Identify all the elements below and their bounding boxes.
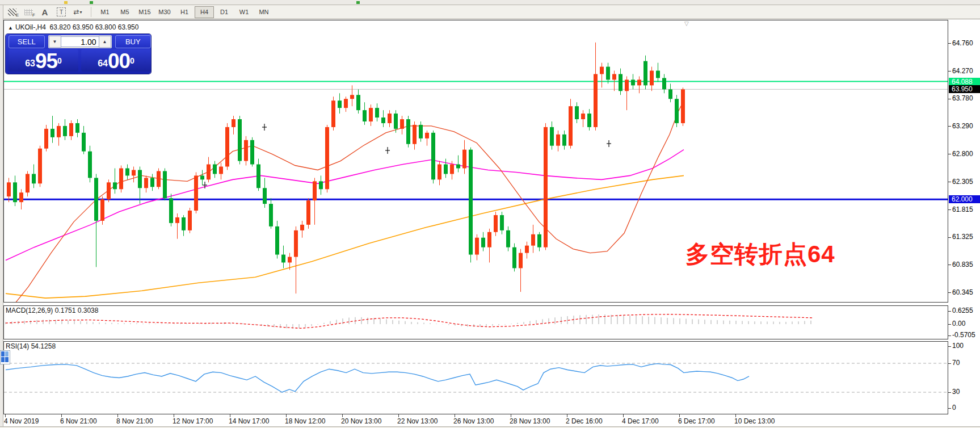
volume-increase-button[interactable]: ▲ [99, 36, 111, 48]
price-axis-label: 63.290 [952, 122, 973, 130]
time-axis-label: 4 Dec 17:00 [622, 417, 659, 425]
price-axis-label: 62.305 [952, 178, 973, 186]
rsi-axis-label: 70 [952, 359, 960, 367]
price-tick [948, 126, 951, 127]
macd-tick [948, 311, 951, 312]
price-axis-label: 64.270 [952, 67, 973, 75]
timeframe-buttons: M1M5M15M30H1H4D1W1MN [95, 6, 274, 18]
symbol-period: UKOil-,H4 [15, 23, 46, 31]
macd-tick [948, 324, 951, 325]
time-axis-label: 10 Dec 13:00 [734, 417, 775, 425]
sell-price[interactable]: 63950 [9, 49, 78, 72]
timeframe-w1[interactable]: W1 [234, 6, 254, 18]
objects-icon[interactable]: ⇄ ▾ [70, 6, 85, 18]
objects-glyph: ⇄ [73, 8, 79, 16]
timeframe-m1[interactable]: M1 [95, 6, 115, 18]
rsi-axis-label: 0 [952, 404, 956, 412]
time-axis-label: 14 Nov 17:00 [229, 417, 269, 425]
indicator-window-icon[interactable] [0, 350, 10, 364]
mini-icon [64, 1, 68, 4]
chart-title: ▲UKOil-,H4 63.820 63.950 63.800 63.950 [8, 23, 138, 31]
price-tick [948, 154, 951, 154]
mt4-window: E F A T ⇄ ▾ M1M5M15M30H1H4D1W1MN ▲UKOil-… [0, 0, 980, 428]
price-tick [948, 99, 951, 99]
price-tick [948, 71, 951, 72]
timeframe-m30[interactable]: M30 [155, 6, 174, 18]
timeframe-mn[interactable]: MN [254, 6, 274, 18]
grid-icon[interactable]: F [21, 6, 36, 18]
timeframe-d1[interactable]: D1 [214, 6, 234, 18]
time-axis-label: 18 Nov 12:00 [285, 417, 325, 425]
price-axis-label: 61.815 [952, 205, 973, 213]
time-axis-label: 6 Nov 21:00 [60, 417, 97, 425]
macd-chart [4, 306, 948, 339]
price-badge: 62.000 [949, 195, 980, 203]
time-axis-label: 28 Nov 13:00 [510, 417, 550, 425]
text-icon[interactable]: A [37, 6, 52, 18]
rsi-label: RSI(14) 54.1258 [6, 342, 56, 350]
macd-label: MACD(12,26,9) 0.1751 0.3038 [6, 307, 98, 314]
buy-price-big: 00 [108, 52, 130, 71]
toolbar: E F A T ⇄ ▾ M1M5M15M30H1H4D1W1MN [0, 5, 980, 19]
label-glyph: T [57, 7, 66, 16]
price-tick [948, 292, 951, 293]
chevron-down-icon: ▾ [80, 10, 82, 15]
chart-shift-marker[interactable]: ▽ [684, 20, 689, 27]
collapse-icon[interactable]: ▲ [8, 25, 13, 31]
price-tick [948, 43, 951, 44]
sell-button[interactable]: SELL [9, 35, 45, 48]
time-axis-label: 22 Nov 13:00 [397, 417, 438, 425]
price-axis-label: 63.780 [952, 94, 973, 102]
time-axis-label: 26 Nov 13:00 [453, 417, 494, 425]
time-axis-label: 20 Nov 13:00 [341, 417, 381, 425]
hatch-glyph [8, 9, 16, 16]
price-tick [948, 209, 951, 210]
price-axis-label: 61.325 [952, 233, 973, 241]
mini-icon [90, 1, 93, 4]
volume-stepper: ▼ ▲ [48, 35, 112, 48]
price-axis-label: 62.800 [952, 150, 973, 158]
rsi-tick [948, 392, 951, 393]
macd-panel[interactable] [3, 305, 948, 339]
one-click-trading-panel: SELL ▼ ▲ BUY 63950 64000 [6, 34, 151, 74]
ohlc-values: 63.820 63.950 63.800 63.950 [50, 23, 139, 31]
rsi-tick [948, 408, 951, 409]
rsi-axis-label: 100 [952, 342, 964, 350]
text-glyph: A [42, 7, 48, 17]
price-axis-label: 64.760 [952, 39, 973, 47]
chart-annotation-text: 多空转折点64 [685, 238, 835, 270]
price-tick [948, 265, 951, 265]
grid-glyph [24, 9, 33, 15]
timeframe-m5[interactable]: M5 [115, 6, 134, 18]
macd-tick [948, 335, 951, 336]
macd-axis-label: 0.00 [952, 320, 965, 328]
timeframe-h1[interactable]: H1 [175, 6, 194, 18]
timeframe-m15[interactable]: M15 [135, 6, 154, 18]
buy-price-sup: 0 [130, 49, 134, 72]
top-toolbar-strip [0, 0, 980, 5]
price-axis-label: 60.835 [952, 261, 973, 268]
sell-price-big: 95 [35, 52, 57, 71]
sell-price-sup: 0 [57, 49, 62, 72]
trade-controls-row: SELL ▼ ▲ BUY [6, 34, 151, 49]
icon-letter: E [16, 13, 19, 18]
price-tick [948, 182, 951, 182]
rsi-tick [948, 363, 951, 364]
timeframe-h4[interactable]: H4 [195, 6, 214, 18]
label-icon[interactable]: T [54, 6, 69, 18]
price-tick [948, 237, 951, 238]
buy-button[interactable]: BUY [115, 35, 152, 48]
toolbar-separator [91, 7, 91, 17]
price-row: 63950 64000 [6, 49, 151, 74]
buy-price[interactable]: 64000 [81, 49, 151, 72]
time-axis-label: 8 Nov 21:00 [116, 417, 153, 425]
rsi-chart [4, 342, 948, 414]
rsi-panel[interactable] [3, 341, 948, 414]
macd-axis-label: -0.5705 [952, 331, 975, 339]
price-axis-label: 60.345 [952, 288, 973, 296]
volume-input[interactable] [61, 36, 99, 47]
volume-decrease-button[interactable]: ▼ [49, 36, 61, 48]
hatch-brush-icon[interactable]: E [5, 6, 19, 18]
macd-axis-label: 0.6255 [952, 307, 973, 314]
rsi-axis-label: 30 [952, 388, 960, 396]
